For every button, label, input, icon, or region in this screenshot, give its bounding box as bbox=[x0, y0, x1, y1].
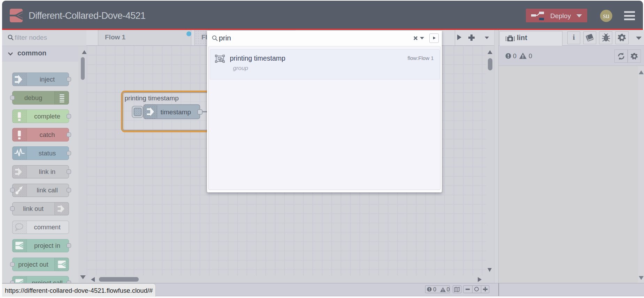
svg-text:timestamp: timestamp bbox=[160, 108, 191, 116]
svg-text:printing timestamp: printing timestamp bbox=[124, 94, 178, 102]
